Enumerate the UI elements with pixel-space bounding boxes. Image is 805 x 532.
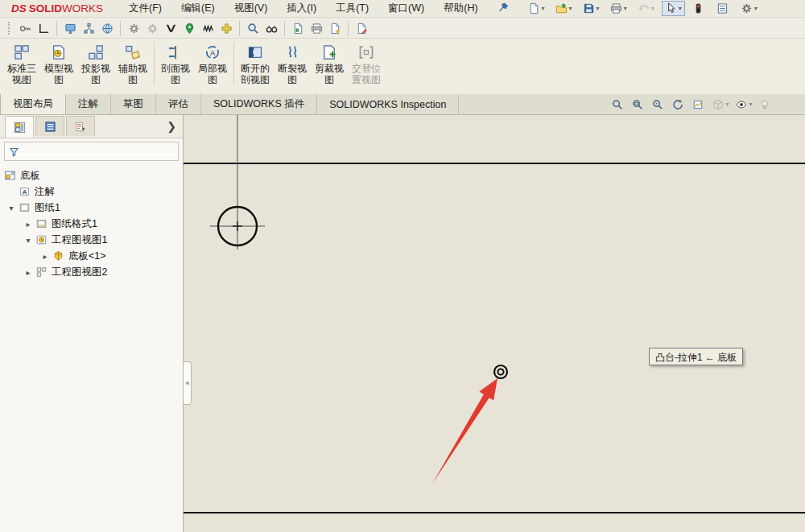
feature-tooltip: 凸台-拉伸1 ← 底板	[649, 348, 743, 365]
expand-panel-chevron[interactable]: ❯	[167, 120, 176, 133]
sheet-properties-button[interactable]	[692, 99, 705, 110]
tree-item-sheet1[interactable]: ▾ 图纸1	[0, 200, 183, 216]
zoom-area-button[interactable]	[632, 99, 645, 110]
configuration-tab[interactable]	[66, 116, 95, 136]
zoom-area-icon	[632, 99, 643, 110]
menu-edit[interactable]: 编辑(E)	[171, 0, 225, 17]
featuremanager-tab[interactable]	[5, 116, 34, 138]
new-document-button[interactable]: ▾	[525, 1, 548, 16]
print-document-tool[interactable]	[308, 21, 326, 36]
open-document-button[interactable]: ▾	[552, 1, 576, 16]
alternate-position-view-button[interactable]: 交替位置视图	[348, 42, 385, 85]
expander-arrow-icon[interactable]: ▸	[21, 220, 35, 229]
panel-collapse-handle[interactable]	[184, 361, 192, 405]
dropdown-caret-icon[interactable]: ▾	[597, 5, 600, 12]
location-pin-tool[interactable]	[180, 21, 199, 36]
spring-tool[interactable]	[199, 21, 217, 36]
menu-insert[interactable]: 插入(I)	[277, 0, 326, 17]
file-properties-button[interactable]	[713, 1, 733, 16]
tree-item-annotations[interactable]: 注解	[0, 184, 183, 200]
tab-sketch[interactable]: 草图	[111, 94, 156, 114]
options-button[interactable]: ▾	[737, 1, 761, 16]
status-indicator-button[interactable]	[689, 1, 709, 16]
ribbon-button-label: 断开的剖视图	[237, 63, 273, 85]
auxiliary-view-button[interactable]: 辅助视图	[114, 42, 151, 85]
edit-document-tool[interactable]	[348, 21, 371, 36]
tab-solidworks-addins[interactable]: SOLIDWORKS 插件	[201, 94, 317, 114]
menu-help[interactable]: 帮助(H)	[434, 0, 487, 17]
menu-file[interactable]: 文件(F)	[119, 0, 171, 17]
key-tool[interactable]	[16, 21, 35, 36]
tab-view-layout[interactable]: 视图布局	[0, 94, 66, 114]
belt-tool[interactable]	[162, 21, 180, 36]
break-view-button[interactable]: 断裂视图	[274, 42, 311, 85]
web-tool[interactable]	[98, 21, 117, 36]
belt-icon	[165, 23, 177, 35]
zoom-selection-button[interactable]	[652, 99, 665, 110]
dropdown-caret-icon[interactable]: ▾	[624, 5, 627, 12]
cfg-icon	[75, 121, 87, 133]
pushpin-icon[interactable]	[496, 2, 512, 16]
tree-item-drawing-view1[interactable]: ▾ 工程图视图1	[0, 232, 183, 248]
tree-filter-box[interactable]	[4, 142, 179, 161]
tree-item-dipan-1[interactable]: ▸ 底板<1>	[0, 248, 183, 264]
tree-item-label: 工程图视图1	[52, 233, 107, 247]
doc-star-icon	[329, 23, 341, 35]
rotate-view-button[interactable]	[672, 99, 685, 110]
drawing-canvas[interactable]: 凸台-拉伸1 ← 底板	[184, 115, 805, 532]
tab-annotation[interactable]: 注解	[66, 94, 111, 114]
export-document-tool[interactable]	[284, 21, 308, 36]
undo-button[interactable]: ▾	[634, 1, 658, 16]
menu-view[interactable]: 视图(V)	[225, 0, 278, 17]
break-view-icon	[284, 44, 300, 60]
tab-evaluate[interactable]: 评估	[156, 94, 201, 114]
settings2-tool[interactable]	[143, 21, 162, 36]
share-tool[interactable]	[80, 21, 98, 36]
detail-view-button[interactable]: 局部视图	[194, 42, 231, 85]
standard-3-view-button[interactable]: 标准三视图	[3, 42, 40, 85]
zoom-fit-button[interactable]	[612, 99, 625, 110]
fastener-tool[interactable]	[217, 21, 236, 36]
sketch-corner-tool[interactable]	[35, 21, 53, 36]
model-view-icon	[51, 44, 67, 60]
spring-icon	[202, 23, 214, 35]
dropdown-caret-icon[interactable]: ▾	[749, 101, 752, 108]
dropdown-caret-icon[interactable]: ▾	[754, 5, 758, 12]
dropdown-caret-icon[interactable]: ▾	[542, 5, 545, 12]
new-note-tool[interactable]	[326, 21, 345, 36]
main-menus: 文件(F)编辑(E)视图(V)插入(I)工具(T)窗口(W)帮助(H)	[119, 0, 488, 17]
broken-out-section-button[interactable]: 断开的剖视图	[233, 42, 274, 85]
display-style-button[interactable]: ▾	[712, 99, 729, 110]
dropdown-caret-icon[interactable]: ▾	[651, 5, 654, 12]
hide-show-items-button[interactable]: ▾	[736, 99, 752, 110]
tree-item-sheet-format1[interactable]: ▸ 图纸格式1	[0, 216, 183, 232]
section-view-button[interactable]: 剖面视图	[154, 42, 194, 85]
view-settings-button[interactable]	[759, 99, 772, 110]
dropdown-caret-icon[interactable]: ▾	[569, 5, 572, 12]
menu-tools[interactable]: 工具(T)	[326, 0, 378, 17]
tree-item-dipan[interactable]: 底板	[0, 167, 183, 184]
settings-tool[interactable]	[120, 21, 143, 36]
detail-view-icon	[204, 44, 221, 60]
tree-item-drawing-view2[interactable]: ▸ 工程图视图2	[0, 264, 183, 280]
expander-arrow-icon[interactable]: ▸	[21, 268, 35, 277]
magnifier-tool[interactable]	[239, 21, 262, 36]
tab-solidworks-inspection[interactable]: SOLIDWORKS Inspection	[317, 94, 459, 114]
expander-arrow-icon[interactable]: ▾	[21, 236, 35, 245]
doc-icon	[528, 2, 540, 14]
dropdown-caret-icon[interactable]: ▾	[725, 101, 729, 108]
crop-view-button[interactable]: 剪裁视图	[311, 42, 348, 85]
print-button[interactable]: ▾	[607, 1, 630, 16]
propertymanager-tab[interactable]	[35, 116, 64, 136]
select-button[interactable]: ▾	[662, 1, 685, 16]
screen-tool[interactable]	[56, 21, 80, 36]
dropdown-caret-icon[interactable]: ▾	[679, 5, 682, 12]
expander-arrow-icon[interactable]: ▸	[38, 252, 52, 261]
model-view-button[interactable]: 模型视图	[40, 42, 77, 85]
hole-circle-small-outer[interactable]	[494, 365, 507, 378]
find-tool[interactable]	[262, 21, 281, 36]
projected-view-button[interactable]: 投影视图	[77, 42, 114, 85]
menu-window[interactable]: 窗口(W)	[378, 0, 434, 17]
save-button[interactable]: ▾	[580, 1, 603, 16]
expander-arrow-icon[interactable]: ▾	[4, 204, 19, 212]
